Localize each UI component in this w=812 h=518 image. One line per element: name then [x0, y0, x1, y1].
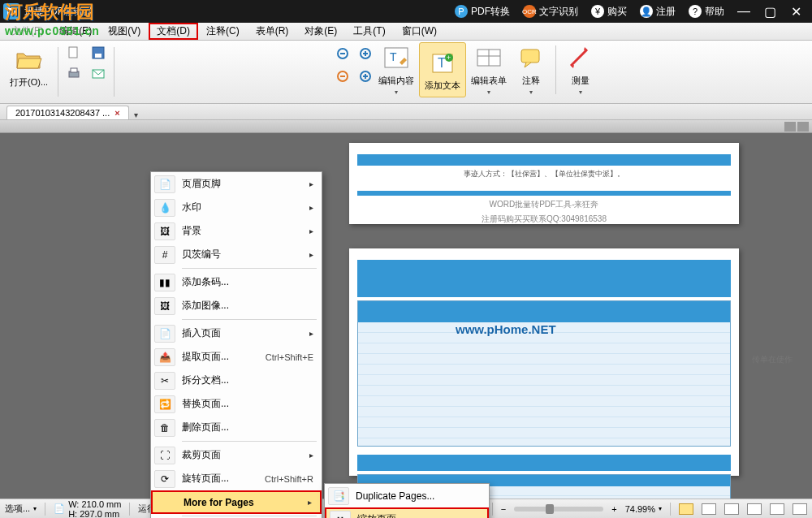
menu-document[interactable]: 文档(D): [149, 23, 198, 40]
split-doc-icon: ✂: [154, 372, 175, 390]
menu-tools[interactable]: 工具(T): [345, 23, 393, 40]
maximize-button[interactable]: ▢: [757, 4, 783, 19]
measure-icon: [566, 44, 595, 73]
replace-page-icon: 🔁: [154, 395, 175, 413]
zoom-fit-button[interactable]: [333, 68, 354, 86]
more-for-pages-submenu: 📑Duplicate Pages... ⤧缩放页面... 📄拆分页面... ⇄S…: [324, 483, 490, 518]
delete-page-icon: 🗑: [154, 419, 175, 437]
zoom-slider[interactable]: [514, 507, 603, 512]
zoom-out-button[interactable]: [333, 45, 354, 63]
menu-comment[interactable]: 注释(C): [198, 23, 248, 40]
toolbar: 打开(O)... T 编辑内容▾ T+ 添加文本 编辑表单▾ 注释▾: [0, 41, 812, 104]
view-book-button[interactable]: [770, 503, 784, 515]
menu-insert-pages[interactable]: 📄插入页面▸: [151, 322, 322, 345]
view-facing-cont-button[interactable]: [747, 503, 762, 515]
nav-prev-button[interactable]: [784, 122, 796, 132]
url-watermark: www.pHome.NET: [456, 322, 556, 336]
view-book-cont-button[interactable]: [793, 503, 807, 515]
new-doc-button[interactable]: [63, 44, 84, 62]
annotate-button[interactable]: 注释▾: [512, 42, 551, 97]
zoom-percent[interactable]: 74.99% ▾: [625, 504, 662, 514]
print-button[interactable]: [63, 65, 84, 83]
menu-file[interactable]: 文件(F): [3, 23, 51, 40]
help-button[interactable]: ?帮助: [689, 5, 724, 19]
canvas-top-bar: [0, 120, 812, 133]
quick-tools: [63, 44, 109, 84]
watermark-icon: 💧: [154, 199, 175, 217]
annotate-icon: [516, 44, 546, 73]
tab-overflow-button[interactable]: ▾: [134, 110, 138, 119]
duplicate-icon: 📑: [328, 487, 349, 505]
insert-page-icon: 📄: [154, 325, 175, 343]
menu-background[interactable]: 🖼背景▸: [151, 219, 322, 243]
submenu-scale-pages[interactable]: ⤧缩放页面...: [325, 507, 489, 518]
pdf-convert-button[interactable]: PPDF转换: [455, 5, 510, 19]
menu-bar: 文件(F) 编辑(E) 视图(V) 文档(D) 注释(C) 表单(R) 对象(E…: [0, 23, 812, 41]
document-tabs: 20170103143208437 ... × ▾: [0, 104, 812, 120]
svg-rect-4: [71, 68, 77, 72]
menu-header-footer[interactable]: 📄页眉页脚▸: [151, 172, 322, 196]
menu-view[interactable]: 视图(V): [100, 23, 149, 40]
tab-close-icon[interactable]: ×: [114, 108, 119, 118]
submenu-duplicate[interactable]: 📑Duplicate Pages...: [325, 484, 489, 507]
zoom-out-status[interactable]: −: [501, 504, 506, 514]
menu-more-for-pages[interactable]: More for Pages▸: [151, 490, 322, 514]
svg-rect-2: [95, 54, 102, 58]
menu-extract-pages[interactable]: 📤提取页面...Ctrl+Shift+E: [151, 345, 322, 369]
menu-add-image[interactable]: 🖼添加图像...: [151, 294, 322, 317]
crop-icon: ⛶: [154, 447, 175, 464]
register-button[interactable]: 👤注册: [640, 5, 676, 19]
menu-add-barcode[interactable]: ▮▮添加条码...: [151, 270, 322, 294]
svg-rect-25: [521, 50, 539, 63]
zoom-in-status[interactable]: +: [611, 504, 616, 514]
menu-edit[interactable]: 编辑(E): [51, 23, 100, 40]
open-button[interactable]: 打开(O)...: [5, 44, 53, 90]
svg-rect-0: [69, 47, 77, 58]
add-text-button[interactable]: T+ 添加文本: [419, 42, 466, 97]
svg-text:+: +: [447, 54, 451, 62]
edit-form-icon: [474, 44, 503, 73]
doc-icon: 📄: [54, 503, 65, 514]
edit-content-button[interactable]: T 编辑内容▾: [374, 42, 419, 97]
view-facing-button[interactable]: [724, 503, 739, 515]
svg-text:T: T: [438, 56, 446, 70]
close-button[interactable]: ✕: [783, 4, 809, 19]
page-2-thumb[interactable]: www.pHome.NET 传单在使作: [349, 248, 739, 476]
minimize-button[interactable]: —: [731, 4, 757, 19]
options-button[interactable]: 选项... ▾: [5, 503, 37, 515]
page-1-thumb[interactable]: 事迹人方式：【社保营】、【单位社保责中派】。 WORD批量转PDF工具-来狂奔 …: [349, 143, 739, 224]
measure-button[interactable]: 测量▾: [561, 42, 600, 97]
menu-window[interactable]: 窗口(W): [394, 23, 445, 40]
scale-icon: ⤧: [330, 511, 351, 519]
menu-replace-pages[interactable]: 🔁替换页面...: [151, 392, 322, 416]
work-area: 事迹人方式：【社保营】、【单位社保责中派】。 WORD批量转PDF工具-来狂奔 …: [0, 120, 812, 486]
bates-icon: #: [154, 246, 175, 264]
menu-watermark[interactable]: 💧水印▸: [151, 196, 322, 219]
edit-form-button[interactable]: 编辑表单▾: [466, 42, 512, 97]
ocr-button[interactable]: OCR文字识别: [523, 5, 578, 19]
view-continuous-button[interactable]: [702, 503, 716, 515]
add-text-icon: T+: [428, 49, 457, 78]
page-size-display: 📄 W: 210.0 mm H: 297.0 mm: [54, 499, 121, 519]
menu-bates[interactable]: #贝茨编号▸: [151, 243, 322, 266]
menu-form[interactable]: 表单(R): [248, 23, 297, 40]
menu-object[interactable]: 对象(E): [296, 23, 345, 40]
title-bar: 迅捷PDF编辑器 PPDF转换 OCR文字识别 ¥购买 👤注册 ?帮助 — ▢ …: [0, 0, 812, 23]
menu-delete-pages[interactable]: 🗑删除页面...: [151, 416, 322, 439]
menu-split-doc[interactable]: ✂拆分文档...: [151, 369, 322, 392]
menu-rotate-pages[interactable]: ⟳旋转页面...Ctrl+Shift+R: [151, 467, 322, 490]
header-footer-icon: 📄: [154, 175, 175, 193]
buy-button[interactable]: ¥购买: [591, 5, 627, 19]
view-single-button[interactable]: [679, 503, 693, 515]
nav-next-button[interactable]: [797, 122, 809, 132]
document-tab[interactable]: 20170103143208437 ... ×: [6, 106, 129, 119]
page-canvas: 事迹人方式：【社保营】、【单位社保责中派】。 WORD批量转PDF工具-来狂奔 …: [349, 143, 739, 500]
email-button[interactable]: [88, 65, 109, 83]
save-button[interactable]: [88, 44, 109, 62]
open-label: 打开(O)...: [10, 76, 48, 88]
extract-page-icon: 📤: [154, 348, 175, 366]
menu-crop-pages[interactable]: ⛶裁剪页面▸: [151, 443, 322, 467]
tab-label: 20170103143208437 ...: [15, 108, 110, 118]
svg-text:T: T: [390, 50, 397, 63]
image-icon: 🖼: [154, 297, 175, 315]
